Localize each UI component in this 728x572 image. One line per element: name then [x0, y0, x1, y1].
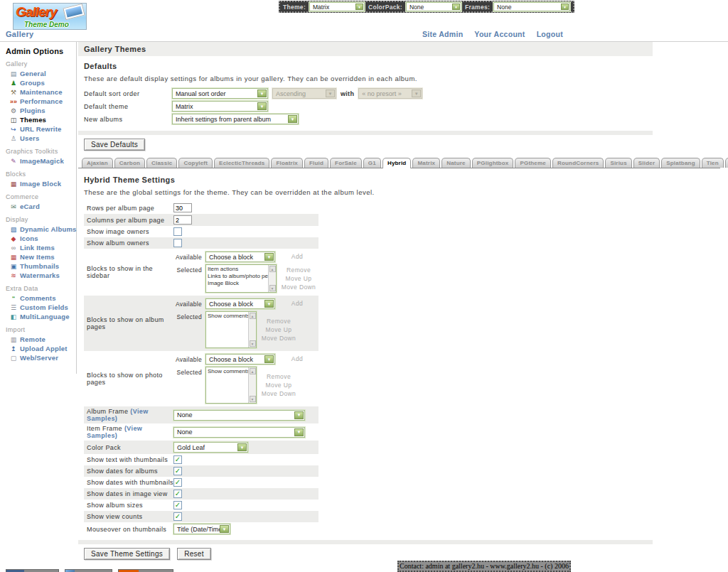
save-defaults-button[interactable]: Save Defaults [84, 139, 145, 151]
save-theme-settings-button[interactable]: Save Theme Settings [84, 548, 170, 560]
gallery2-badge[interactable]: GALLERY 2 [65, 569, 112, 572]
photo-selected-listbox[interactable]: Show comments ▲▼ [205, 367, 257, 404]
help-gallery-badge[interactable]: HELP GALLERY! [118, 569, 173, 572]
album-move-up-action[interactable]: Move Up [260, 326, 297, 334]
tab-forsale[interactable]: ForSale [330, 158, 362, 168]
tab-pgtheme[interactable]: PGtheme [515, 158, 551, 168]
scroll-up-icon[interactable]: ▲ [250, 368, 256, 374]
sidebar-item-url-rewrite[interactable]: ↪URL Rewrite [6, 124, 76, 134]
sidebar-item-remote[interactable]: ▥Remote [6, 335, 76, 344]
scrollbar[interactable]: ▲▼ [248, 312, 256, 347]
tab-sirius[interactable]: Sirius [605, 158, 631, 168]
album-selected-listbox[interactable]: Show comments ▲▼ [205, 311, 257, 348]
album-move-down-action[interactable]: Move Down [260, 335, 297, 342]
show-image-owners-checkbox[interactable] [173, 227, 182, 236]
tab-classic[interactable]: Classic [146, 158, 177, 168]
list-item[interactable]: Show comments [208, 368, 247, 375]
sidebar-item-dynamic-albums[interactable]: ▧Dynamic Albums [6, 225, 76, 234]
tab-roundcorners[interactable]: RoundCorners [552, 158, 604, 168]
sidebar-remove-action[interactable]: Remove [280, 266, 317, 274]
photo-remove-action[interactable]: Remove [260, 373, 297, 381]
tab-tien[interactable]: Tien [702, 158, 724, 168]
sidebar-item-web-server[interactable]: ▢Web/Server [6, 353, 76, 362]
sidebar-item-comments[interactable]: “Comments [6, 293, 76, 303]
album-frame-select[interactable]: None▼ [173, 410, 305, 421]
sidebar-item-watermarks[interactable]: ≋Watermarks [6, 271, 76, 280]
album-available-select[interactable]: Choose a block▼ [205, 298, 275, 309]
sidebar-item-plugins[interactable]: ⚙Plugins [6, 106, 76, 115]
sidebar-item-general[interactable]: ▤General [6, 69, 76, 78]
tab-splatbang[interactable]: Splatbang [661, 158, 700, 168]
show-dates-albums-checkbox[interactable]: ✓ [173, 467, 182, 475]
tab-ajaxian[interactable]: Ajaxian [82, 158, 113, 168]
tab-pglightbox[interactable]: PGlightbox [472, 158, 514, 168]
tab-fluid[interactable]: Fluid [304, 158, 328, 168]
sidebar-move-down-action[interactable]: Move Down [280, 284, 317, 291]
colorpack-select[interactable]: None▼ [406, 2, 461, 11]
sidebar-item-multilanguage[interactable]: ◧MultiLanguage [6, 312, 76, 321]
rows-per-page-input[interactable] [173, 203, 192, 212]
show-dates-thumbnails-checkbox[interactable]: ✓ [173, 478, 182, 487]
sidebar-item-thumbnails[interactable]: ▣Thumbnails [6, 261, 76, 271]
album-add-action[interactable]: Add [279, 300, 316, 308]
tab-g1[interactable]: G1 [363, 158, 381, 168]
reset-button[interactable]: Reset [177, 548, 211, 560]
scroll-down-icon[interactable]: ▼ [269, 285, 276, 291]
list-item[interactable]: Links to album/photo peers [208, 273, 267, 280]
sidebar-item-themes[interactable]: ◫Themes [6, 115, 76, 124]
tab-matrix[interactable]: Matrix [412, 158, 440, 168]
show-dates-image-view-checkbox[interactable]: ✓ [173, 490, 182, 498]
tab-carbon[interactable]: Carbon [114, 158, 145, 168]
photo-add-action[interactable]: Add [279, 355, 316, 363]
sidebar-item-ecard[interactable]: ✉eCard [6, 202, 76, 211]
tab-eclecticthreads[interactable]: EclecticThreads [214, 158, 269, 168]
default-sort-order-select[interactable]: Manual sort order▼ [172, 88, 268, 99]
show-album-owners-checkbox[interactable] [173, 239, 182, 247]
theme-select[interactable]: Matrix▼ [309, 2, 365, 11]
list-item[interactable]: Item actions [208, 266, 267, 273]
list-item[interactable]: Show comments [208, 313, 247, 320]
site-admin-link[interactable]: Site Admin [422, 30, 463, 38]
sidebar-item-custom-fields[interactable]: ☰Custom Fields [6, 303, 76, 312]
photo-move-down-action[interactable]: Move Down [260, 390, 297, 398]
album-remove-action[interactable]: Remove [260, 318, 297, 325]
tab-tile[interactable]: Tile [725, 158, 728, 168]
w3c-xhtml-badge[interactable]: W3C XHTML 1.0 [6, 569, 59, 572]
tab-hybrid[interactable]: Hybrid [382, 158, 412, 168]
show-text-checkbox[interactable]: ✓ [173, 455, 182, 464]
default-theme-select[interactable]: Matrix▼ [172, 101, 268, 112]
sidebar-available-select[interactable]: Choose a block▼ [205, 252, 275, 262]
scrollbar[interactable]: ▲▼ [248, 367, 256, 403]
tab-copyleft[interactable]: Copyleft [178, 158, 213, 168]
sidebar-item-icons[interactable]: ◆Icons [6, 234, 76, 243]
sidebar-item-imagemagick[interactable]: ✎ImageMagick [6, 156, 76, 166]
item-frame-select[interactable]: None▼ [173, 427, 305, 438]
sidebar-add-action[interactable]: Add [279, 253, 316, 261]
sidebar-item-upload-applet[interactable]: ↥Upload Applet [6, 344, 76, 353]
sidebar-item-performance[interactable]: »»Performance [6, 97, 76, 106]
photo-available-select[interactable]: Choose a block▼ [205, 354, 275, 365]
scroll-down-icon[interactable]: ▼ [250, 396, 256, 402]
sidebar-item-link-items[interactable]: ∞Link Items [6, 243, 76, 252]
sidebar-move-up-action[interactable]: Move Up [280, 275, 317, 283]
your-account-link[interactable]: Your Account [474, 30, 525, 38]
gallery-home-link[interactable]: Gallery [6, 30, 33, 38]
tab-nature[interactable]: Nature [441, 158, 471, 168]
new-albums-select[interactable]: Inherit settings from parent album▼ [172, 114, 299, 124]
show-album-sizes-checkbox[interactable]: ✓ [173, 501, 182, 509]
sidebar-item-image-block[interactable]: ▦Image Block [6, 179, 76, 188]
sort-direction-select[interactable]: Ascending▼ [272, 88, 336, 99]
logout-link[interactable]: Logout [537, 30, 563, 38]
scroll-up-icon[interactable]: ▲ [250, 313, 256, 319]
list-item[interactable]: Image Block [208, 280, 267, 287]
tab-slider[interactable]: Slider [633, 158, 660, 168]
mouseover-select[interactable]: Title (Date/Time)▼ [173, 524, 230, 534]
sidebar-item-new-items[interactable]: ▦New Items [6, 252, 76, 261]
color-pack-select[interactable]: Gold Leaf▼ [173, 442, 248, 453]
scroll-down-icon[interactable]: ▼ [250, 340, 256, 347]
tab-floatrix[interactable]: Floatrix [271, 158, 303, 168]
sidebar-item-users[interactable]: ♙Users [6, 134, 76, 143]
frames-select[interactable]: None▼ [493, 2, 570, 11]
sidebar-selected-listbox[interactable]: Item actions Links to album/photo peers … [205, 264, 277, 293]
presort-select[interactable]: « no presort »▼ [358, 88, 422, 99]
